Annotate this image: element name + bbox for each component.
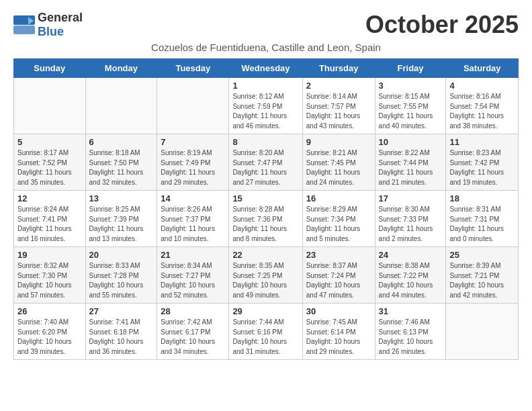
- day-info: Sunrise: 7:41 AM Sunset: 6:18 PM Dayligh…: [89, 318, 154, 357]
- calendar-day-cell: [157, 78, 229, 134]
- day-info: Sunrise: 8:31 AM Sunset: 7:31 PM Dayligh…: [449, 205, 515, 244]
- calendar-day-cell: 18Sunrise: 8:31 AM Sunset: 7:31 PM Dayli…: [446, 191, 519, 247]
- day-info: Sunrise: 8:18 AM Sunset: 7:50 PM Dayligh…: [89, 148, 154, 187]
- calendar-week-row: 12Sunrise: 8:24 AM Sunset: 7:41 PM Dayli…: [14, 191, 519, 247]
- day-number: 22: [232, 250, 298, 260]
- calendar-day-cell: 21Sunrise: 8:34 AM Sunset: 7:27 PM Dayli…: [157, 247, 229, 304]
- day-info: Sunrise: 8:23 AM Sunset: 7:42 PM Dayligh…: [449, 148, 515, 187]
- calendar-day-cell: 22Sunrise: 8:35 AM Sunset: 7:25 PM Dayli…: [229, 247, 302, 304]
- day-info: Sunrise: 7:44 AM Sunset: 6:16 PM Dayligh…: [232, 318, 298, 357]
- day-info: Sunrise: 8:34 AM Sunset: 7:27 PM Dayligh…: [161, 261, 225, 300]
- day-of-week-header: Saturday: [446, 59, 519, 78]
- day-info: Sunrise: 7:46 AM Sunset: 6:13 PM Dayligh…: [379, 318, 443, 357]
- day-number: 1: [232, 81, 298, 91]
- calendar-week-row: 19Sunrise: 8:32 AM Sunset: 7:30 PM Dayli…: [14, 247, 519, 304]
- day-info: Sunrise: 8:32 AM Sunset: 7:30 PM Dayligh…: [17, 261, 82, 300]
- day-number: 9: [306, 137, 371, 147]
- day-info: Sunrise: 8:17 AM Sunset: 7:52 PM Dayligh…: [17, 148, 82, 187]
- day-of-week-header: Wednesday: [229, 59, 302, 78]
- day-number: 24: [379, 250, 443, 260]
- logo-icon: [13, 15, 35, 34]
- calendar-day-cell: 20Sunrise: 8:33 AM Sunset: 7:28 PM Dayli…: [85, 247, 157, 304]
- calendar-day-cell: 10Sunrise: 8:22 AM Sunset: 7:44 PM Dayli…: [375, 134, 446, 191]
- calendar-day-cell: 28Sunrise: 7:42 AM Sunset: 6:17 PM Dayli…: [157, 304, 229, 360]
- day-info: Sunrise: 8:22 AM Sunset: 7:44 PM Dayligh…: [379, 148, 443, 187]
- calendar-day-cell: 31Sunrise: 7:46 AM Sunset: 6:13 PM Dayli…: [375, 304, 446, 360]
- svg-rect-1: [13, 26, 35, 34]
- day-number: 28: [161, 306, 225, 316]
- calendar-day-cell: 27Sunrise: 7:41 AM Sunset: 6:18 PM Dayli…: [85, 304, 157, 360]
- calendar-day-cell: 15Sunrise: 8:28 AM Sunset: 7:36 PM Dayli…: [229, 191, 302, 247]
- day-number: 13: [89, 193, 154, 203]
- day-number: 10: [379, 137, 443, 147]
- day-number: 4: [449, 81, 515, 91]
- logo-general: General: [38, 11, 83, 24]
- day-info: Sunrise: 8:28 AM Sunset: 7:36 PM Dayligh…: [232, 205, 298, 244]
- day-of-week-header: Friday: [375, 59, 446, 78]
- calendar-day-cell: [85, 78, 157, 134]
- day-info: Sunrise: 8:26 AM Sunset: 7:37 PM Dayligh…: [161, 205, 225, 244]
- day-info: Sunrise: 8:38 AM Sunset: 7:22 PM Dayligh…: [379, 261, 443, 300]
- day-info: Sunrise: 8:33 AM Sunset: 7:28 PM Dayligh…: [89, 261, 154, 300]
- calendar-day-cell: 30Sunrise: 7:45 AM Sunset: 6:14 PM Dayli…: [302, 304, 375, 360]
- day-info: Sunrise: 8:20 AM Sunset: 7:47 PM Dayligh…: [232, 148, 298, 187]
- day-number: 11: [449, 137, 515, 147]
- day-of-week-header: Thursday: [302, 59, 375, 78]
- day-info: Sunrise: 8:15 AM Sunset: 7:55 PM Dayligh…: [379, 92, 443, 131]
- calendar-day-cell: 1Sunrise: 8:12 AM Sunset: 7:59 PM Daylig…: [229, 78, 302, 134]
- day-number: 16: [306, 193, 371, 203]
- day-number: 25: [449, 250, 515, 260]
- day-info: Sunrise: 8:25 AM Sunset: 7:39 PM Dayligh…: [89, 205, 154, 244]
- page: General Blue October 2025 Cozuelos de Fu…: [0, 0, 532, 371]
- calendar-day-cell: 12Sunrise: 8:24 AM Sunset: 7:41 PM Dayli…: [14, 191, 86, 247]
- calendar-day-cell: 25Sunrise: 8:39 AM Sunset: 7:21 PM Dayli…: [446, 247, 519, 304]
- day-info: Sunrise: 8:37 AM Sunset: 7:24 PM Dayligh…: [306, 261, 371, 300]
- day-info: Sunrise: 8:35 AM Sunset: 7:25 PM Dayligh…: [232, 261, 298, 300]
- day-number: 27: [89, 306, 154, 316]
- subtitle: Cozuelos de Fuentiduena, Castille and Le…: [13, 42, 519, 53]
- calendar-day-cell: 14Sunrise: 8:26 AM Sunset: 7:37 PM Dayli…: [157, 191, 229, 247]
- calendar-day-cell: 5Sunrise: 8:17 AM Sunset: 7:52 PM Daylig…: [14, 134, 86, 191]
- day-number: 12: [17, 193, 82, 203]
- day-number: 26: [17, 306, 82, 316]
- calendar-week-row: 5Sunrise: 8:17 AM Sunset: 7:52 PM Daylig…: [14, 134, 519, 191]
- day-info: Sunrise: 8:14 AM Sunset: 7:57 PM Dayligh…: [306, 92, 371, 131]
- day-number: 15: [232, 193, 298, 203]
- day-number: 19: [17, 250, 82, 260]
- day-info: Sunrise: 8:16 AM Sunset: 7:54 PM Dayligh…: [449, 92, 515, 131]
- day-number: 17: [379, 193, 443, 203]
- day-number: 3: [379, 81, 443, 91]
- day-number: 5: [17, 137, 82, 147]
- day-number: 2: [306, 81, 371, 91]
- logo: General Blue: [13, 11, 83, 39]
- day-number: 7: [161, 137, 225, 147]
- calendar-day-cell: 13Sunrise: 8:25 AM Sunset: 7:39 PM Dayli…: [85, 191, 157, 247]
- calendar-day-cell: 2Sunrise: 8:14 AM Sunset: 7:57 PM Daylig…: [302, 78, 375, 134]
- calendar-day-cell: 19Sunrise: 8:32 AM Sunset: 7:30 PM Dayli…: [14, 247, 86, 304]
- day-of-week-header: Sunday: [14, 59, 86, 78]
- day-info: Sunrise: 8:29 AM Sunset: 7:34 PM Dayligh…: [306, 205, 371, 244]
- calendar-week-row: 1Sunrise: 8:12 AM Sunset: 7:59 PM Daylig…: [14, 78, 519, 134]
- day-number: 14: [161, 193, 225, 203]
- day-number: 30: [306, 306, 371, 316]
- day-info: Sunrise: 7:42 AM Sunset: 6:17 PM Dayligh…: [161, 318, 225, 357]
- day-number: 29: [232, 306, 298, 316]
- day-of-week-header: Monday: [85, 59, 157, 78]
- day-info: Sunrise: 8:39 AM Sunset: 7:21 PM Dayligh…: [449, 261, 515, 300]
- logo-blue: Blue: [38, 25, 64, 38]
- day-info: Sunrise: 8:21 AM Sunset: 7:45 PM Dayligh…: [306, 148, 371, 187]
- calendar-day-cell: 6Sunrise: 8:18 AM Sunset: 7:50 PM Daylig…: [85, 134, 157, 191]
- day-info: Sunrise: 8:12 AM Sunset: 7:59 PM Dayligh…: [232, 92, 298, 131]
- calendar-day-cell: 11Sunrise: 8:23 AM Sunset: 7:42 PM Dayli…: [446, 134, 519, 191]
- day-number: 6: [89, 137, 154, 147]
- day-number: 23: [306, 250, 371, 260]
- calendar-table: SundayMondayTuesdayWednesdayThursdayFrid…: [13, 58, 519, 360]
- day-info: Sunrise: 8:24 AM Sunset: 7:41 PM Dayligh…: [17, 205, 82, 244]
- day-info: Sunrise: 7:40 AM Sunset: 6:20 PM Dayligh…: [17, 318, 82, 357]
- calendar-day-cell: 26Sunrise: 7:40 AM Sunset: 6:20 PM Dayli…: [14, 304, 86, 360]
- calendar-day-cell: 9Sunrise: 8:21 AM Sunset: 7:45 PM Daylig…: [302, 134, 375, 191]
- calendar-day-cell: 4Sunrise: 8:16 AM Sunset: 7:54 PM Daylig…: [446, 78, 519, 134]
- calendar-day-cell: 7Sunrise: 8:19 AM Sunset: 7:49 PM Daylig…: [157, 134, 229, 191]
- day-number: 20: [89, 250, 154, 260]
- day-number: 31: [379, 306, 443, 316]
